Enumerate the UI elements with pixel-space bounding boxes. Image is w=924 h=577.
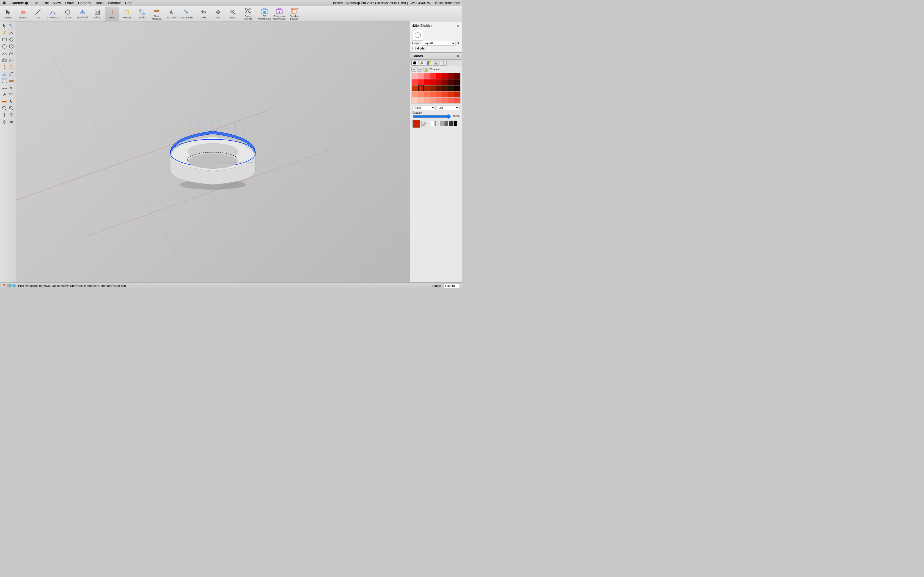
side-zoom3-icon[interactable] xyxy=(1,105,8,111)
push-pull-tool-btn[interactable]: Push/Pull xyxy=(75,6,90,21)
draw-menu[interactable]: Draw xyxy=(65,1,73,5)
circle-tool-btn[interactable]: Circle xyxy=(60,6,75,21)
tape-measure-tool-btn[interactable]: Tape Measure xyxy=(150,6,164,21)
color-swatch[interactable] xyxy=(430,98,436,103)
length-value[interactable]: 115mm xyxy=(443,284,460,288)
color-swatch[interactable] xyxy=(436,85,442,91)
move-tool-btn[interactable]: Move xyxy=(105,6,120,21)
orbit-btn[interactable]: Orbit xyxy=(196,6,210,21)
scale-tool-btn[interactable]: Scale xyxy=(135,6,149,21)
color-swatch[interactable] xyxy=(424,98,430,103)
view-menu[interactable]: View xyxy=(53,1,61,5)
color-swatch[interactable] xyxy=(454,73,460,79)
side-circle2-icon[interactable] xyxy=(1,43,8,50)
camera-menu[interactable]: Camera xyxy=(78,1,91,5)
color-swatch[interactable] xyxy=(442,85,448,91)
bottom-swatch-lgray[interactable] xyxy=(435,121,439,126)
side-select-icon[interactable] xyxy=(1,23,8,29)
line-tool-btn[interactable]: Line xyxy=(31,6,45,21)
colors-lock-btn[interactable]: 🔒 xyxy=(423,67,428,72)
side-followme-icon[interactable] xyxy=(8,71,15,77)
side-diamond-icon[interactable] xyxy=(8,36,15,43)
color-swatch[interactable] xyxy=(418,73,424,79)
bottom-swatch-black[interactable] xyxy=(454,121,457,126)
apple-menu[interactable]: ⌘ xyxy=(2,1,6,5)
side-3dtext-icon[interactable]: 3D xyxy=(8,91,15,98)
color-swatch[interactable] xyxy=(448,73,454,79)
color-swatch-selected[interactable] xyxy=(418,85,424,91)
zoom-extents-btn[interactable]: Zoom Extents xyxy=(241,6,255,21)
text-tool-btn[interactable]: A Text Tool xyxy=(165,6,179,21)
bottom-swatch-white[interactable] xyxy=(431,121,435,126)
color-swatch[interactable] xyxy=(442,98,448,103)
status-icon-geo[interactable]: 🌐 xyxy=(12,284,16,287)
side-position-icon[interactable] xyxy=(1,119,8,125)
paint-bucket-btn[interactable]: Paint Bucket xyxy=(179,6,194,21)
color-swatch[interactable] xyxy=(454,85,460,91)
app-name-menu[interactable]: SketchUp xyxy=(11,1,28,5)
eraser-tool-btn[interactable]: Eraser xyxy=(16,6,30,21)
bottom-swatch-dgray[interactable] xyxy=(444,121,449,126)
color-list-select[interactable]: List xyxy=(437,105,460,110)
color-swatch[interactable] xyxy=(424,85,430,91)
bottom-swatch-mgray[interactable] xyxy=(440,121,444,126)
side-text2-icon[interactable]: A xyxy=(8,84,15,91)
color-swatch[interactable] xyxy=(454,92,460,97)
side-rotate2-icon[interactable] xyxy=(8,64,15,70)
opacity-slider[interactable] xyxy=(412,115,451,118)
colors-fwd-btn[interactable]: → xyxy=(417,67,422,72)
color-swatch[interactable] xyxy=(436,92,442,97)
file-menu[interactable]: File xyxy=(32,1,38,5)
entity-info-close[interactable]: ✕ xyxy=(457,24,460,28)
zoom-btn[interactable]: Zoom xyxy=(226,6,240,21)
eyedropper-btn[interactable] xyxy=(421,121,427,127)
color-swatch[interactable] xyxy=(442,92,448,97)
color-swatch[interactable] xyxy=(412,85,418,91)
status-icon-info[interactable]: ℹ️ xyxy=(7,284,11,287)
side-scale2-icon[interactable] xyxy=(1,77,8,84)
colors-panel-close[interactable]: ✕ xyxy=(456,54,460,58)
3d-warehouse-btn[interactable]: 3D Warehouse xyxy=(257,6,272,21)
color-tab-palette[interactable] xyxy=(426,60,432,66)
side-offset2-icon[interactable] xyxy=(1,57,8,63)
color-swatch[interactable] xyxy=(448,79,454,85)
color-swatch[interactable] xyxy=(448,92,454,97)
side-curve-icon[interactable] xyxy=(8,29,15,36)
side-lookaround-icon[interactable] xyxy=(8,112,15,118)
pan-btn[interactable]: Pan xyxy=(211,6,225,21)
side-poly-icon[interactable] xyxy=(8,43,15,50)
help-menu[interactable]: Help xyxy=(125,1,132,5)
side-axes-icon[interactable] xyxy=(1,91,8,98)
color-swatch[interactable] xyxy=(424,79,430,85)
color-swatch[interactable] xyxy=(412,79,418,85)
color-swatch[interactable] xyxy=(412,92,418,97)
color-swatch[interactable] xyxy=(454,79,460,85)
layer-select[interactable]: Layer0 xyxy=(422,41,456,46)
side-section-icon[interactable] xyxy=(1,98,8,105)
arc-tool-btn[interactable]: 2 Point Arc xyxy=(46,6,60,21)
send-to-layout-btn[interactable]: Send to LayOut xyxy=(287,6,301,21)
extension-warehouse-btn[interactable]: Extension Warehouse xyxy=(272,6,286,21)
side-paint-icon[interactable] xyxy=(8,23,15,29)
color-tab-image[interactable] xyxy=(433,60,439,66)
hidden-checkbox[interactable] xyxy=(412,47,415,50)
color-swatch[interactable] xyxy=(412,98,418,103)
status-icon-question[interactable]: ❓ xyxy=(2,284,6,287)
side-freehand-icon[interactable] xyxy=(8,57,15,63)
color-swatch[interactable] xyxy=(436,79,442,85)
viewport[interactable] xyxy=(16,21,410,282)
color-tab-wheel[interactable] xyxy=(411,60,418,66)
side-zoombox-icon[interactable] xyxy=(8,105,15,111)
side-walkthr-icon[interactable] xyxy=(1,112,8,118)
side-interact-icon[interactable] xyxy=(8,98,15,105)
color-tab-sliders[interactable] xyxy=(418,60,425,66)
side-arc3-icon[interactable] xyxy=(8,50,15,56)
edit-menu[interactable]: Edit xyxy=(43,1,48,5)
color-swatch[interactable] xyxy=(424,92,430,97)
color-tab-pencil[interactable] xyxy=(440,60,447,66)
side-move-icon[interactable] xyxy=(1,64,8,70)
side-tape2-icon[interactable] xyxy=(8,77,15,84)
color-type-select[interactable]: Color xyxy=(412,105,436,110)
tools-menu[interactable]: Tools xyxy=(95,1,103,5)
window-menu[interactable]: Window xyxy=(108,1,120,5)
